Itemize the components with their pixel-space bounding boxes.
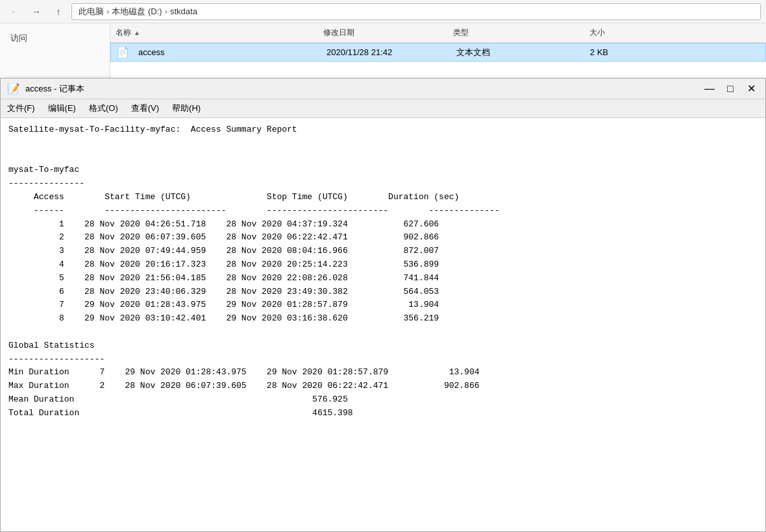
file-name: access — [133, 47, 321, 57]
col-header-date[interactable]: 修改日期 — [318, 26, 448, 40]
breadcrumb-drive[interactable]: 本地磁盘 (D:) — [110, 6, 163, 18]
close-button[interactable]: ✕ — [743, 81, 759, 97]
column-headers: 名称 ▲ 修改日期 类型 大小 — [110, 23, 766, 43]
menu-view[interactable]: 查看(V) — [125, 101, 166, 116]
notepad-app-icon: 📝 — [7, 82, 20, 95]
notepad-content-area[interactable]: Satellite-mysat-To-Facility-myfac: Acces… — [1, 118, 765, 531]
notepad-title: access - 记事本 — [25, 83, 697, 95]
notepad-menu: 文件(F) 编辑(E) 格式(O) 查看(V) 帮助(H) — [1, 99, 765, 118]
explorer-nav: ← → ↑ 此电脑 › 本地磁盘 (D:) › stkdata — [0, 0, 766, 23]
menu-help[interactable]: 帮助(H) — [166, 101, 207, 116]
notepad-titlebar: 📝 access - 记事本 — □ ✕ — [1, 79, 765, 99]
up-button[interactable]: ↑ — [49, 3, 68, 21]
breadcrumb-folder[interactable]: stkdata — [169, 6, 199, 16]
file-date: 2020/11/28 21:42 — [321, 47, 451, 57]
back-button[interactable]: ← — [5, 3, 23, 21]
forward-button[interactable]: → — [27, 3, 45, 21]
file-row[interactable]: 📄 access 2020/11/28 21:42 文本文档 2 KB — [110, 43, 766, 62]
menu-format[interactable]: 格式(O) — [82, 101, 125, 116]
file-type: 文本文档 — [451, 47, 549, 58]
col-date-label: 修改日期 — [323, 27, 354, 38]
file-icon: 📄 — [116, 46, 129, 58]
col-header-size[interactable]: 大小 — [545, 26, 610, 40]
menu-file[interactable]: 文件(F) — [1, 101, 42, 116]
minimize-button[interactable]: — — [702, 81, 717, 97]
maximize-button[interactable]: □ — [723, 81, 738, 97]
col-size-label: 大小 — [589, 27, 605, 38]
address-bar[interactable]: 此电脑 › 本地磁盘 (D:) › stkdata — [71, 3, 761, 20]
col-header-type[interactable]: 类型 — [448, 26, 545, 40]
file-size: 2 KB — [549, 47, 613, 57]
col-name-label: 名称 — [116, 27, 131, 38]
sort-arrow-icon: ▲ — [134, 29, 140, 36]
breadcrumb-sep-2: › — [164, 6, 169, 16]
notepad-window: 📝 access - 记事本 — □ ✕ 文件(F) 编辑(E) 格式(O) 查… — [0, 78, 766, 532]
breadcrumb-home[interactable]: 此电脑 — [77, 6, 105, 18]
col-header-name[interactable]: 名称 ▲ — [110, 26, 318, 40]
menu-edit[interactable]: 编辑(E) — [42, 101, 82, 116]
breadcrumb-sep-1: › — [105, 6, 110, 16]
sidebar-item-access[interactable]: 访问 — [0, 30, 110, 47]
col-type-label: 类型 — [453, 27, 469, 38]
